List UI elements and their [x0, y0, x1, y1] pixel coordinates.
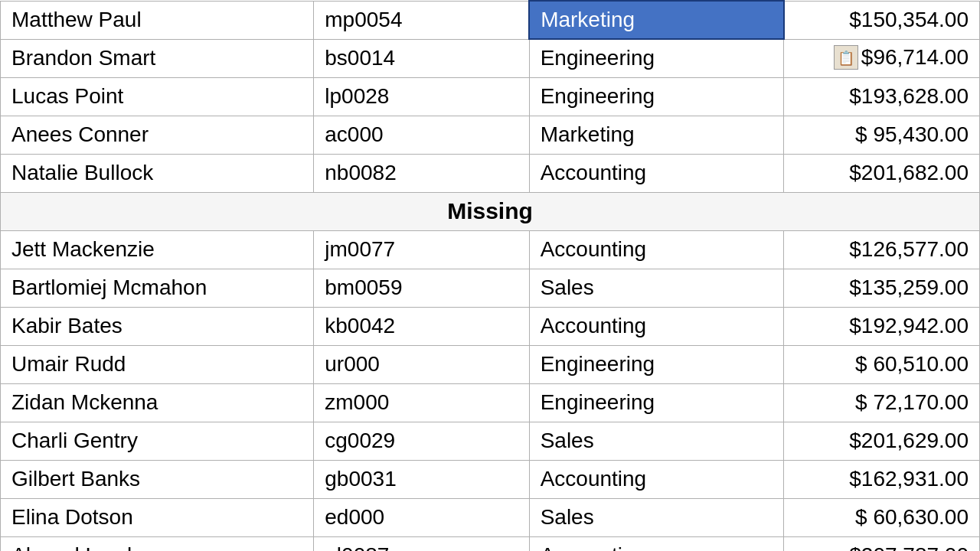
cell-salary: $ 60,630.00: [784, 498, 980, 536]
cell-salary: $135,259.00: [784, 269, 980, 307]
cell-salary: 📋$96,714.00: [784, 39, 980, 77]
cell-salary: $193,628.00: [784, 77, 980, 116]
cell-name: Elina Dotson: [1, 498, 314, 536]
cell-id: bm0059: [314, 269, 529, 307]
table-row[interactable]: Charli Gentrycg0029Sales$201,629.00: [1, 422, 980, 460]
salary-value: $96,714.00: [861, 45, 969, 69]
cell-dept[interactable]: Accounting: [529, 154, 784, 192]
cell-salary: $201,629.00: [784, 422, 980, 460]
cell-name: Lucas Point: [1, 77, 314, 116]
cell-salary: $ 95,430.00: [784, 116, 980, 154]
missing-label: Missing: [1, 192, 980, 230]
cell-name: Matthew Paul: [1, 1, 314, 39]
cell-name: Ahmed Lamb: [1, 536, 314, 551]
cell-salary: $192,942.00: [784, 307, 980, 345]
cell-id: kb0042: [314, 307, 529, 345]
cell-salary: $ 72,170.00: [784, 383, 980, 422]
cell-salary: $150,354.00: [784, 1, 980, 39]
cell-dept[interactable]: Engineering: [529, 39, 784, 77]
table-row[interactable]: Zidan Mckennazm000Engineering$ 72,170.00: [1, 383, 980, 422]
cell-id: lp0028: [314, 77, 529, 116]
table-row[interactable]: Anees Connerac000Marketing$ 95,430.00: [1, 116, 980, 154]
spreadsheet: Matthew Paulmp0054Marketing$150,354.00Br…: [0, 0, 980, 551]
paste-icon[interactable]: 📋: [834, 45, 858, 70]
cell-id: gb0031: [314, 460, 529, 498]
cell-dept: Engineering: [529, 345, 784, 383]
cell-id: ed000: [314, 498, 529, 536]
cell-id: zm000: [314, 383, 529, 422]
table-row[interactable]: Matthew Paulmp0054Marketing$150,354.00: [1, 1, 980, 39]
cell-dept: Sales: [529, 422, 784, 460]
cell-dept: Accounting: [529, 460, 784, 498]
cell-name: Umair Rudd: [1, 345, 314, 383]
cell-salary: $162,931.00: [784, 460, 980, 498]
cell-name: Charli Gentry: [1, 422, 314, 460]
cell-dept: Accounting: [529, 307, 784, 345]
cell-salary: $126,577.00: [784, 230, 980, 269]
cell-dept: Accounting: [529, 230, 784, 269]
table-row[interactable]: Jett Mackenziejm0077Accounting$126,577.0…: [1, 230, 980, 269]
cell-id: cg0029: [314, 422, 529, 460]
cell-dept: Sales: [529, 269, 784, 307]
cell-dept: Accounting: [529, 536, 784, 551]
cell-salary: $ 60,510.00: [784, 345, 980, 383]
missing-section-header: Missing: [1, 192, 980, 230]
cell-name: Kabir Bates: [1, 307, 314, 345]
cell-name: Gilbert Banks: [1, 460, 314, 498]
table-row[interactable]: Umair Ruddur000Engineering$ 60,510.00: [1, 345, 980, 383]
cell-name: Brandon Smart: [1, 39, 314, 77]
cell-id: mp0054: [314, 1, 529, 39]
cell-id: al0087: [314, 536, 529, 551]
cell-salary: $201,682.00: [784, 154, 980, 192]
cell-name: Natalie Bullock: [1, 154, 314, 192]
table-row[interactable]: Bartlomiej Mcmahonbm0059Sales$135,259.00: [1, 269, 980, 307]
cell-id: ur000: [314, 345, 529, 383]
cell-salary: $207,787.00: [784, 536, 980, 551]
table-row[interactable]: Elina Dotsoned000Sales$ 60,630.00: [1, 498, 980, 536]
table-row[interactable]: Kabir Bateskb0042Accounting$192,942.00: [1, 307, 980, 345]
data-table: Matthew Paulmp0054Marketing$150,354.00Br…: [0, 0, 980, 551]
table-row[interactable]: Natalie Bullocknb0082Accounting$201,682.…: [1, 154, 980, 192]
cell-name: Bartlomiej Mcmahon: [1, 269, 314, 307]
cell-dept: Engineering: [529, 383, 784, 422]
cell-name: Anees Conner: [1, 116, 314, 154]
table-row[interactable]: Brandon Smartbs0014Engineering📋$96,714.0…: [1, 39, 980, 77]
cell-dept[interactable]: Marketing: [529, 1, 784, 39]
cell-dept: Sales: [529, 498, 784, 536]
table-row[interactable]: Gilbert Banksgb0031Accounting$162,931.00: [1, 460, 980, 498]
table-row[interactable]: Ahmed Lambal0087Accounting$207,787.00: [1, 536, 980, 551]
cell-name: Jett Mackenzie: [1, 230, 314, 269]
cell-id: jm0077: [314, 230, 529, 269]
cell-name: Zidan Mckenna: [1, 383, 314, 422]
cell-id: nb0082: [314, 154, 529, 192]
cell-id: ac000: [314, 116, 529, 154]
cell-id: bs0014: [314, 39, 529, 77]
cell-dept[interactable]: Engineering: [529, 77, 784, 116]
cell-dept[interactable]: Marketing: [529, 116, 784, 154]
table-row[interactable]: Lucas Pointlp0028Engineering$193,628.00: [1, 77, 980, 116]
